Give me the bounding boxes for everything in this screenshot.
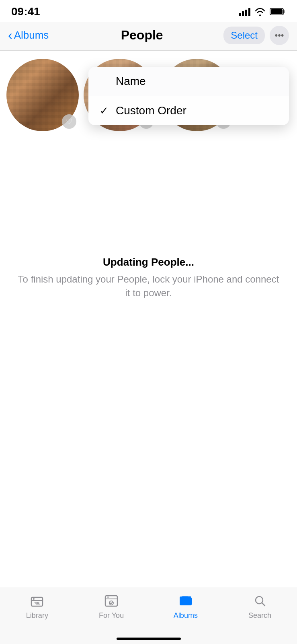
back-button[interactable]: ‹ Albums	[8, 29, 60, 41]
svg-rect-2	[271, 9, 283, 14]
sort-custom-label: Custom Order	[116, 104, 186, 117]
svg-rect-1	[283, 10, 285, 13]
sort-dropdown-menu: Name ✓ Custom Order	[88, 67, 289, 125]
wifi-icon	[254, 7, 266, 16]
check-selected-icon: ✓	[100, 105, 111, 117]
nav-actions: Select •••	[223, 26, 289, 45]
sort-by-name-option[interactable]: Name	[88, 67, 289, 96]
back-chevron-icon: ‹	[8, 29, 12, 41]
sort-by-custom-option[interactable]: ✓ Custom Order	[88, 96, 289, 125]
status-icons	[239, 7, 286, 16]
battery-icon	[270, 7, 286, 16]
person-item[interactable]: ♡	[6, 59, 79, 131]
favorite-icon[interactable]: ♡	[62, 114, 76, 129]
status-time: 09:41	[11, 5, 40, 18]
ellipsis-icon: •••	[274, 30, 284, 41]
more-button[interactable]: •••	[270, 26, 289, 45]
dropdown-overlay[interactable]: ♡ ♡ ♡ Name ✓ Custom Order	[0, 51, 297, 644]
signal-icon	[239, 7, 250, 16]
checkmark-icon	[100, 75, 111, 88]
sort-name-label: Name	[116, 75, 146, 88]
select-button[interactable]: Select	[223, 27, 265, 44]
status-bar: 09:41	[0, 0, 297, 22]
back-label: Albums	[14, 29, 49, 41]
page-title: People	[121, 28, 163, 43]
nav-bar: ‹ Albums People Select •••	[0, 22, 297, 51]
